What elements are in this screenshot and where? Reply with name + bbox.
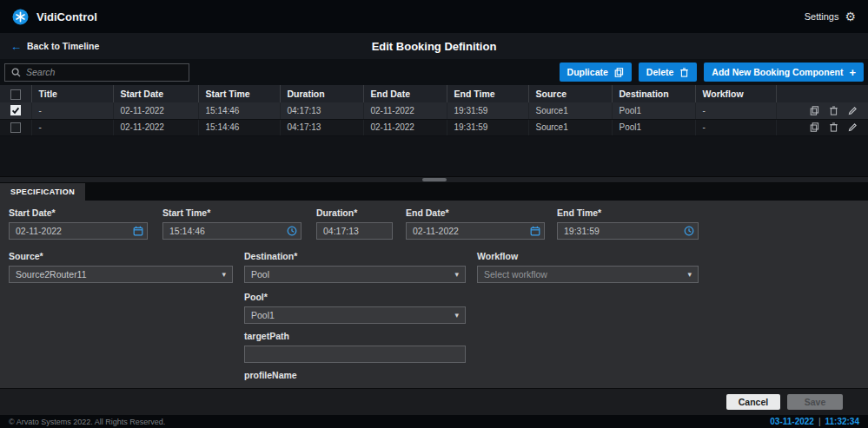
- cell-title: -: [31, 119, 113, 135]
- trash-icon[interactable]: [829, 122, 838, 132]
- end-date-input[interactable]: [406, 222, 545, 240]
- row-actions: [784, 122, 858, 132]
- footer-separator: |: [818, 417, 821, 426]
- end-date-label: End Date*: [406, 207, 545, 218]
- duplicate-button[interactable]: Duplicate: [560, 63, 632, 82]
- booking-table: Title Start Date Start Time Duration End…: [0, 85, 868, 176]
- table-row[interactable]: - 02-11-2022 15:14:46 04:17:13 02-11-202…: [0, 102, 868, 119]
- col-header-title[interactable]: Title: [31, 85, 113, 102]
- target-path-input[interactable]: [244, 346, 466, 363]
- row-checkbox[interactable]: [10, 105, 21, 115]
- target-path-label: targetPath: [244, 331, 466, 341]
- destination-label: Destination*: [244, 251, 466, 261]
- start-time-label: Start Time*: [162, 207, 301, 218]
- table-header-row: Title Start Date Start Time Duration End…: [0, 85, 868, 102]
- cell-source: Source1: [528, 102, 612, 119]
- add-new-booking-component-button[interactable]: Add New Booking Component +: [704, 63, 864, 82]
- search-input[interactable]: [26, 67, 182, 77]
- source-select[interactable]: Source2Router11 ▾: [9, 266, 233, 283]
- calendar-icon[interactable]: [133, 226, 143, 236]
- row-actions: [784, 106, 858, 115]
- pool-select[interactable]: Pool1 ▾: [244, 306, 466, 324]
- source-value: Source2Router11: [16, 269, 87, 280]
- duplicate-label: Duplicate: [567, 67, 608, 77]
- edit-pencil-icon[interactable]: [848, 122, 858, 132]
- back-label: Back to Timeline: [27, 41, 99, 51]
- specification-form: Start Date* Start Time* Duration*: [0, 201, 868, 388]
- settings-label: Settings: [805, 11, 839, 22]
- splitter-grip-icon[interactable]: [422, 178, 447, 181]
- clock-icon[interactable]: [287, 226, 297, 236]
- col-header-source[interactable]: Source: [528, 85, 612, 102]
- cell-end-time: 19:31:59: [447, 102, 528, 119]
- destination-select[interactable]: Pool ▾: [244, 266, 466, 283]
- cell-workflow: -: [695, 102, 776, 119]
- footer-date: 03-11-2022: [770, 417, 814, 426]
- gear-icon: ⚙: [845, 10, 856, 23]
- col-header-start-date[interactable]: Start Date: [113, 85, 198, 102]
- col-header-start-time[interactable]: Start Time: [198, 85, 280, 102]
- copy-icon: [614, 68, 624, 77]
- toolbar-buttons: Duplicate Delete: [560, 63, 864, 82]
- back-to-timeline-link[interactable]: ← Back to Timeline: [10, 41, 99, 52]
- tab-strip: SPECIFICATION: [0, 183, 868, 201]
- top-bar: VidiControl Settings ⚙: [0, 0, 868, 33]
- row-checkbox[interactable]: [10, 122, 21, 133]
- col-header-end-date[interactable]: End Date: [363, 85, 447, 102]
- panel-splitter[interactable]: [0, 176, 868, 183]
- start-date-input[interactable]: [9, 222, 148, 240]
- tab-specification[interactable]: SPECIFICATION: [0, 183, 85, 201]
- page-header: ← Back to Timeline Edit Booking Definiti…: [0, 33, 868, 59]
- end-time-input[interactable]: [557, 222, 699, 240]
- toolbar: Duplicate Delete: [0, 59, 868, 85]
- copyright-text: © Arvato Systems 2022. All Rights Reserv…: [9, 418, 165, 426]
- profile-name-label: profileName: [244, 370, 466, 380]
- trash-icon: [679, 68, 689, 77]
- cell-source: Source1: [528, 119, 612, 135]
- trash-icon[interactable]: [829, 106, 838, 115]
- cell-duration: 04:17:13: [280, 102, 363, 119]
- plus-icon: +: [849, 67, 856, 78]
- copy-icon[interactable]: [810, 106, 819, 115]
- pool-value: Pool1: [251, 310, 275, 320]
- workflow-select[interactable]: Select workflow ▾: [477, 266, 699, 283]
- col-header-end-time[interactable]: End Time: [447, 85, 528, 102]
- copy-icon[interactable]: [810, 122, 819, 132]
- cell-end-date: 02-11-2022: [363, 102, 447, 119]
- cell-workflow: -: [695, 119, 776, 135]
- cell-title: -: [31, 102, 113, 119]
- page-title: Edit Booking Definition: [0, 40, 868, 53]
- duration-label: Duration*: [316, 207, 393, 218]
- cell-end-date: 02-11-2022: [363, 119, 447, 135]
- brand: VidiControl: [12, 9, 97, 25]
- calendar-icon[interactable]: [530, 226, 540, 236]
- add-label: Add New Booking Component: [712, 67, 843, 77]
- cell-destination: Pool1: [612, 119, 695, 135]
- cell-duration: 04:17:13: [280, 119, 363, 135]
- save-button[interactable]: Save: [787, 394, 843, 410]
- col-header-workflow[interactable]: Workflow: [695, 85, 776, 102]
- edit-pencil-icon[interactable]: [848, 106, 858, 115]
- col-header-duration[interactable]: Duration: [280, 85, 363, 102]
- cell-start-time: 15:14:46: [198, 119, 280, 135]
- search-box[interactable]: [4, 63, 189, 82]
- duration-input[interactable]: [316, 222, 393, 240]
- app-title: VidiControl: [36, 10, 97, 23]
- cell-start-time: 15:14:46: [198, 102, 280, 119]
- settings-button[interactable]: Settings ⚙: [805, 10, 856, 23]
- select-all-checkbox[interactable]: [10, 89, 21, 100]
- clock-icon[interactable]: [684, 226, 694, 236]
- cancel-button[interactable]: Cancel: [726, 394, 780, 410]
- action-bar: Cancel Save: [0, 388, 868, 415]
- cell-start-date: 02-11-2022: [113, 119, 198, 135]
- destination-value: Pool: [251, 269, 269, 280]
- table-row[interactable]: - 02-11-2022 15:14:46 04:17:13 02-11-202…: [0, 119, 868, 135]
- workflow-label: Workflow: [477, 251, 699, 261]
- chevron-down-icon: ▾: [687, 271, 692, 279]
- start-time-input[interactable]: [162, 222, 301, 240]
- chevron-down-icon: ▾: [222, 271, 226, 279]
- delete-button[interactable]: Delete: [639, 63, 698, 82]
- workflow-value: Select workflow: [484, 269, 547, 280]
- vidicontrol-logo-icon: [12, 9, 29, 25]
- col-header-destination[interactable]: Destination: [612, 85, 695, 102]
